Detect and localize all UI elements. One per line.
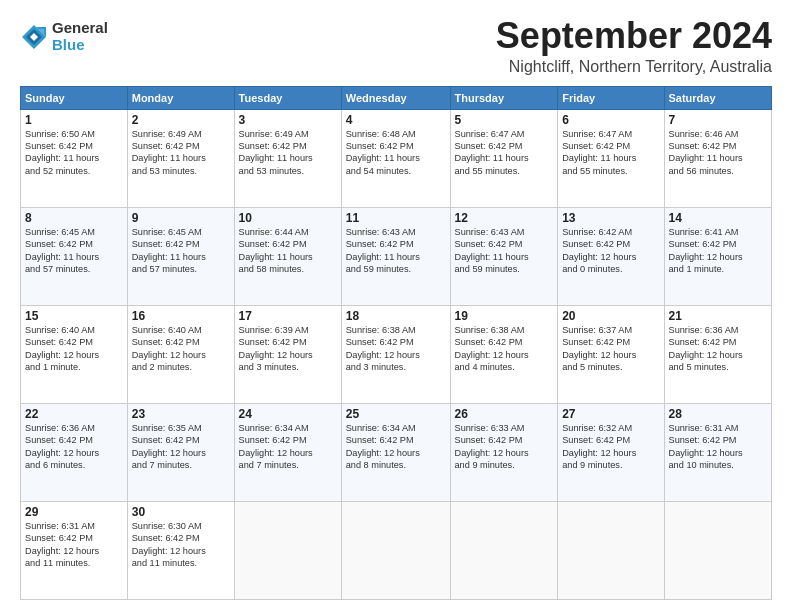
day-number: 17 xyxy=(239,309,337,323)
day-number: 9 xyxy=(132,211,230,225)
calendar-week-1: 1Sunrise: 6:50 AMSunset: 6:42 PMDaylight… xyxy=(21,109,772,207)
calendar-cell: 30Sunrise: 6:30 AMSunset: 6:42 PMDayligh… xyxy=(127,501,234,599)
calendar-cell: 15Sunrise: 6:40 AMSunset: 6:42 PMDayligh… xyxy=(21,305,128,403)
day-info: Sunrise: 6:42 AMSunset: 6:42 PMDaylight:… xyxy=(562,226,659,276)
calendar-cell: 18Sunrise: 6:38 AMSunset: 6:42 PMDayligh… xyxy=(341,305,450,403)
day-info: Sunrise: 6:31 AMSunset: 6:42 PMDaylight:… xyxy=(25,520,123,570)
header: General Blue September 2024 Nightcliff, … xyxy=(20,16,772,76)
day-info: Sunrise: 6:48 AMSunset: 6:42 PMDaylight:… xyxy=(346,128,446,178)
day-number: 16 xyxy=(132,309,230,323)
day-info: Sunrise: 6:46 AMSunset: 6:42 PMDaylight:… xyxy=(669,128,768,178)
calendar-cell: 12Sunrise: 6:43 AMSunset: 6:42 PMDayligh… xyxy=(450,207,558,305)
calendar-cell: 7Sunrise: 6:46 AMSunset: 6:42 PMDaylight… xyxy=(664,109,772,207)
day-info: Sunrise: 6:47 AMSunset: 6:42 PMDaylight:… xyxy=(455,128,554,178)
day-info: Sunrise: 6:36 AMSunset: 6:42 PMDaylight:… xyxy=(669,324,768,374)
day-number: 10 xyxy=(239,211,337,225)
calendar-cell xyxy=(234,501,341,599)
day-info: Sunrise: 6:31 AMSunset: 6:42 PMDaylight:… xyxy=(669,422,768,472)
calendar-cell: 20Sunrise: 6:37 AMSunset: 6:42 PMDayligh… xyxy=(558,305,664,403)
day-number: 28 xyxy=(669,407,768,421)
calendar-cell: 21Sunrise: 6:36 AMSunset: 6:42 PMDayligh… xyxy=(664,305,772,403)
calendar-cell: 9Sunrise: 6:45 AMSunset: 6:42 PMDaylight… xyxy=(127,207,234,305)
day-number: 27 xyxy=(562,407,659,421)
calendar-cell: 27Sunrise: 6:32 AMSunset: 6:42 PMDayligh… xyxy=(558,403,664,501)
day-number: 8 xyxy=(25,211,123,225)
calendar-cell: 5Sunrise: 6:47 AMSunset: 6:42 PMDaylight… xyxy=(450,109,558,207)
calendar-cell: 4Sunrise: 6:48 AMSunset: 6:42 PMDaylight… xyxy=(341,109,450,207)
calendar-cell: 10Sunrise: 6:44 AMSunset: 6:42 PMDayligh… xyxy=(234,207,341,305)
calendar-cell: 25Sunrise: 6:34 AMSunset: 6:42 PMDayligh… xyxy=(341,403,450,501)
calendar-cell: 2Sunrise: 6:49 AMSunset: 6:42 PMDaylight… xyxy=(127,109,234,207)
day-info: Sunrise: 6:49 AMSunset: 6:42 PMDaylight:… xyxy=(239,128,337,178)
logo-text: General Blue xyxy=(52,20,108,53)
day-number: 18 xyxy=(346,309,446,323)
calendar-header-thursday: Thursday xyxy=(450,86,558,109)
day-info: Sunrise: 6:44 AMSunset: 6:42 PMDaylight:… xyxy=(239,226,337,276)
day-number: 11 xyxy=(346,211,446,225)
day-info: Sunrise: 6:43 AMSunset: 6:42 PMDaylight:… xyxy=(455,226,554,276)
day-number: 2 xyxy=(132,113,230,127)
title-block: September 2024 Nightcliff, Northern Terr… xyxy=(496,16,772,76)
day-info: Sunrise: 6:36 AMSunset: 6:42 PMDaylight:… xyxy=(25,422,123,472)
day-number: 19 xyxy=(455,309,554,323)
calendar-header-friday: Friday xyxy=(558,86,664,109)
calendar-week-5: 29Sunrise: 6:31 AMSunset: 6:42 PMDayligh… xyxy=(21,501,772,599)
day-number: 24 xyxy=(239,407,337,421)
calendar-cell: 14Sunrise: 6:41 AMSunset: 6:42 PMDayligh… xyxy=(664,207,772,305)
logo-general-text: General xyxy=(52,20,108,37)
calendar-cell: 23Sunrise: 6:35 AMSunset: 6:42 PMDayligh… xyxy=(127,403,234,501)
calendar-header-sunday: Sunday xyxy=(21,86,128,109)
day-number: 20 xyxy=(562,309,659,323)
day-number: 3 xyxy=(239,113,337,127)
day-info: Sunrise: 6:37 AMSunset: 6:42 PMDaylight:… xyxy=(562,324,659,374)
calendar-cell: 28Sunrise: 6:31 AMSunset: 6:42 PMDayligh… xyxy=(664,403,772,501)
day-info: Sunrise: 6:50 AMSunset: 6:42 PMDaylight:… xyxy=(25,128,123,178)
day-number: 1 xyxy=(25,113,123,127)
calendar-cell: 13Sunrise: 6:42 AMSunset: 6:42 PMDayligh… xyxy=(558,207,664,305)
calendar-cell: 1Sunrise: 6:50 AMSunset: 6:42 PMDaylight… xyxy=(21,109,128,207)
calendar-cell: 11Sunrise: 6:43 AMSunset: 6:42 PMDayligh… xyxy=(341,207,450,305)
day-info: Sunrise: 6:41 AMSunset: 6:42 PMDaylight:… xyxy=(669,226,768,276)
calendar-cell: 29Sunrise: 6:31 AMSunset: 6:42 PMDayligh… xyxy=(21,501,128,599)
calendar-cell: 19Sunrise: 6:38 AMSunset: 6:42 PMDayligh… xyxy=(450,305,558,403)
day-number: 21 xyxy=(669,309,768,323)
calendar-cell: 3Sunrise: 6:49 AMSunset: 6:42 PMDaylight… xyxy=(234,109,341,207)
day-info: Sunrise: 6:40 AMSunset: 6:42 PMDaylight:… xyxy=(132,324,230,374)
calendar-cell: 22Sunrise: 6:36 AMSunset: 6:42 PMDayligh… xyxy=(21,403,128,501)
day-number: 4 xyxy=(346,113,446,127)
day-number: 30 xyxy=(132,505,230,519)
calendar-week-4: 22Sunrise: 6:36 AMSunset: 6:42 PMDayligh… xyxy=(21,403,772,501)
day-number: 26 xyxy=(455,407,554,421)
day-info: Sunrise: 6:38 AMSunset: 6:42 PMDaylight:… xyxy=(346,324,446,374)
logo-icon xyxy=(20,23,48,51)
day-number: 25 xyxy=(346,407,446,421)
calendar-table: SundayMondayTuesdayWednesdayThursdayFrid… xyxy=(20,86,772,600)
day-number: 23 xyxy=(132,407,230,421)
calendar-cell: 8Sunrise: 6:45 AMSunset: 6:42 PMDaylight… xyxy=(21,207,128,305)
calendar-cell: 17Sunrise: 6:39 AMSunset: 6:42 PMDayligh… xyxy=(234,305,341,403)
day-info: Sunrise: 6:33 AMSunset: 6:42 PMDaylight:… xyxy=(455,422,554,472)
day-info: Sunrise: 6:43 AMSunset: 6:42 PMDaylight:… xyxy=(346,226,446,276)
calendar-cell: 16Sunrise: 6:40 AMSunset: 6:42 PMDayligh… xyxy=(127,305,234,403)
calendar-header-tuesday: Tuesday xyxy=(234,86,341,109)
day-info: Sunrise: 6:47 AMSunset: 6:42 PMDaylight:… xyxy=(562,128,659,178)
day-info: Sunrise: 6:40 AMSunset: 6:42 PMDaylight:… xyxy=(25,324,123,374)
logo: General Blue xyxy=(20,20,108,53)
day-number: 5 xyxy=(455,113,554,127)
day-info: Sunrise: 6:30 AMSunset: 6:42 PMDaylight:… xyxy=(132,520,230,570)
month-title: September 2024 xyxy=(496,16,772,56)
day-info: Sunrise: 6:38 AMSunset: 6:42 PMDaylight:… xyxy=(455,324,554,374)
location-title: Nightcliff, Northern Territory, Australi… xyxy=(496,58,772,76)
logo-blue-text: Blue xyxy=(52,37,108,54)
day-info: Sunrise: 6:34 AMSunset: 6:42 PMDaylight:… xyxy=(239,422,337,472)
day-number: 22 xyxy=(25,407,123,421)
day-number: 12 xyxy=(455,211,554,225)
day-info: Sunrise: 6:45 AMSunset: 6:42 PMDaylight:… xyxy=(25,226,123,276)
day-info: Sunrise: 6:32 AMSunset: 6:42 PMDaylight:… xyxy=(562,422,659,472)
page: General Blue September 2024 Nightcliff, … xyxy=(0,0,792,612)
day-info: Sunrise: 6:39 AMSunset: 6:42 PMDaylight:… xyxy=(239,324,337,374)
calendar-week-2: 8Sunrise: 6:45 AMSunset: 6:42 PMDaylight… xyxy=(21,207,772,305)
calendar-cell xyxy=(664,501,772,599)
day-info: Sunrise: 6:45 AMSunset: 6:42 PMDaylight:… xyxy=(132,226,230,276)
day-number: 13 xyxy=(562,211,659,225)
